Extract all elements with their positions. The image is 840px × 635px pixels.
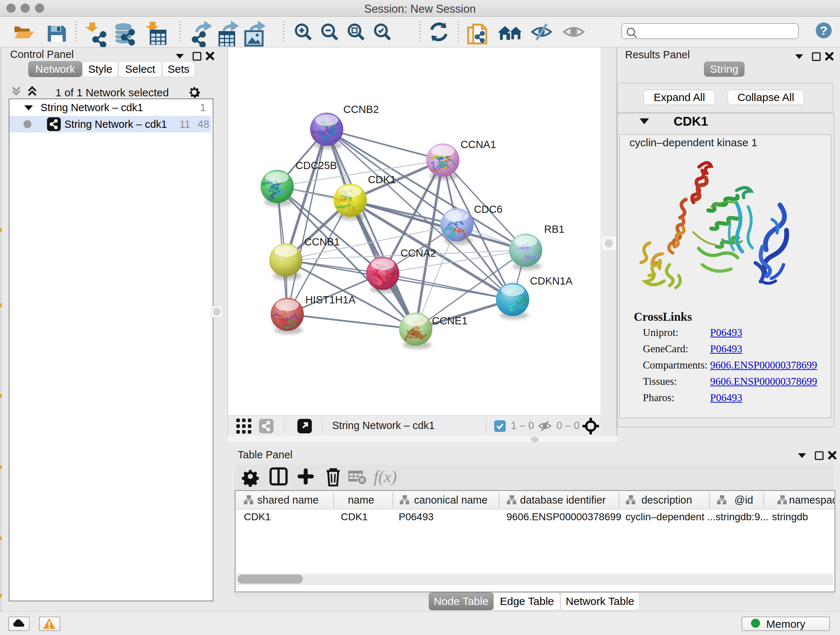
svg-text:CDC25B: CDC25B <box>295 160 337 171</box>
svg-text:CDK1: CDK1 <box>368 174 396 185</box>
svg-text:CCNA1: CCNA1 <box>461 139 496 150</box>
svg-text:name: name <box>348 494 374 506</box>
svg-text:namespace: namespace <box>789 494 835 506</box>
svg-text:f(x): f(x) <box>374 467 397 486</box>
svg-text:@id: @id <box>734 494 753 506</box>
svg-text:CCNB1: CCNB1 <box>304 236 340 248</box>
svg-text:shared name: shared name <box>257 494 318 506</box>
svg-text:CCNA2: CCNA2 <box>401 247 436 259</box>
svg-text:description: description <box>641 494 692 506</box>
svg-text:database identifier: database identifier <box>520 494 606 506</box>
svg-text:canonical name: canonical name <box>414 494 487 506</box>
svg-text:CDKN1A: CDKN1A <box>530 275 573 287</box>
svg-text:CDC6: CDC6 <box>474 203 502 215</box>
svg-text:CCNE1: CCNE1 <box>432 315 467 326</box>
svg-text:RB1: RB1 <box>544 223 564 235</box>
svg-text:HIST1H1A: HIST1H1A <box>305 294 355 306</box>
svg-text:CCNB2: CCNB2 <box>343 103 379 115</box>
